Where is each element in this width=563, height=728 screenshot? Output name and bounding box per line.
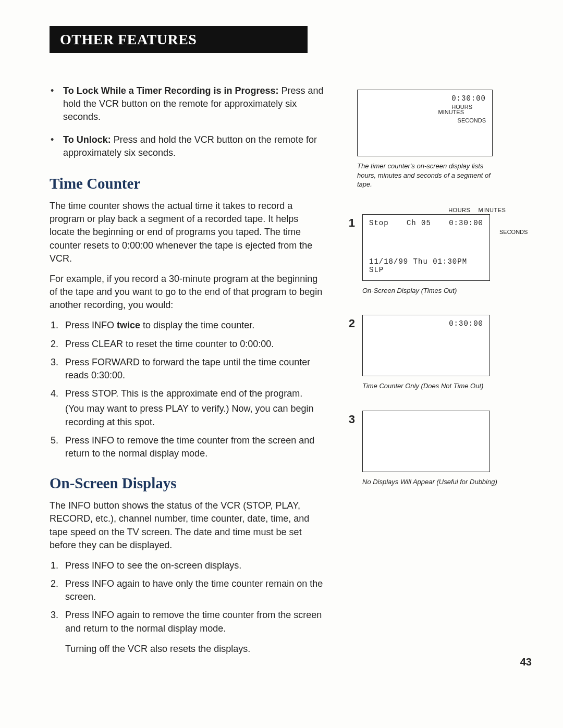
fig1-dateline: 11/18/99 Thu 01:30PM SLP [369, 257, 483, 274]
figure-top-caption: The timer counter's on-screen display li… [357, 162, 493, 189]
heading-time-counter: Time Counter [50, 175, 326, 192]
section-banner: OTHER FEATURES [50, 26, 308, 53]
tc-step-4-sub: (You may want to press PLAY to verify.) … [65, 402, 326, 428]
bullet-unlock: To Unlock: Press and hold the VCR button… [50, 133, 326, 159]
tc-step-1b: to display the time counter. [140, 320, 254, 330]
bullet-unlock-title: To Unlock: [63, 134, 111, 145]
tc-step-4a: Press STOP. This is the approximate end … [65, 388, 302, 399]
tc-steps: Press INFO twice to display the time cou… [50, 319, 326, 460]
tc-step-3: Press FORWARD to forward the tape until … [61, 356, 326, 382]
tc-step-1-bold: twice [117, 320, 140, 330]
fig1-time: 0:30:00 [449, 219, 483, 227]
osd-step-1: Press INFO to see the on-screen displays… [61, 559, 326, 572]
tc-step-4: Press STOP. This is the approximate end … [61, 387, 326, 429]
fig2-number: 2 [347, 317, 355, 330]
osd-steps: Press INFO to see the on-screen displays… [50, 559, 326, 635]
tc-step-2a: Press CLEAR to reset the time counter to… [65, 339, 274, 349]
osd-tail: Turning off the VCR also resets the disp… [65, 643, 326, 656]
fig1-box: Stop Ch 05 0:30:00 11/18/99 Thu 01:30PM … [362, 214, 490, 281]
osd-para-1: The INFO button shows the status of the … [50, 499, 326, 552]
fig1-caption: On-Screen Display (Times Out) [362, 286, 490, 295]
figure-top-box: 0:30:00 HOURS MINUTES SECONDS [357, 90, 493, 156]
tc-para-2: For example, if you record a 30-minute p… [50, 273, 326, 312]
tc-step-3a: Press FORWARD to forward the tape until … [65, 357, 310, 380]
fig2-box: 0:30:00 [362, 315, 490, 376]
tc-step-1: Press INFO twice to display the time cou… [61, 319, 326, 332]
tc-step-5: Press INFO to remove the time counter fr… [61, 434, 326, 460]
label-seconds: SECONDS [364, 117, 486, 124]
fig2-time: 0:30:00 [369, 319, 483, 328]
fig3-number: 3 [347, 413, 355, 426]
tc-step-1a: Press INFO [65, 320, 117, 330]
tc-para-1: The time counter shows the actual time i… [50, 200, 326, 265]
fig3-caption: No Displays Will Appear (Useful for Dubb… [362, 477, 508, 487]
fig1-number: 1 [347, 216, 355, 230]
tc-step-2: Press CLEAR to reset the time counter to… [61, 338, 326, 351]
bullet-lock: To Lock While a Timer Recording is in Pr… [50, 84, 326, 124]
lock-bullets: To Lock While a Timer Recording is in Pr… [50, 84, 326, 159]
label-minutes: MINUTES [438, 109, 464, 115]
figure-top-time: 0:30:00 [364, 94, 486, 103]
fig1-label-minutes: MINUTES [478, 207, 506, 213]
fig3-box [362, 411, 490, 472]
fig1-label-seconds: SECONDS [499, 229, 528, 235]
osd-step-3: Press INFO again to remove the time coun… [61, 609, 326, 635]
bullet-lock-title: To Lock While a Timer Recording is in Pr… [63, 85, 278, 96]
osd-step-2: Press INFO again to have only the time c… [61, 577, 326, 603]
page-number: 43 [520, 656, 532, 668]
fig1-status: Stop [369, 219, 389, 227]
left-column: To Lock While a Timer Recording is in Pr… [50, 84, 326, 663]
fig2-caption: Time Counter Only (Does Not Time Out) [362, 381, 498, 391]
heading-osd: On-Screen Displays [50, 475, 326, 492]
fig1-channel: Ch 05 [407, 219, 431, 227]
tc-step-5a: Press INFO to remove the time counter fr… [65, 435, 314, 459]
fig1-label-hours: HOURS [448, 207, 470, 213]
right-column: 0:30:00 HOURS MINUTES SECONDS The timer … [347, 84, 528, 663]
